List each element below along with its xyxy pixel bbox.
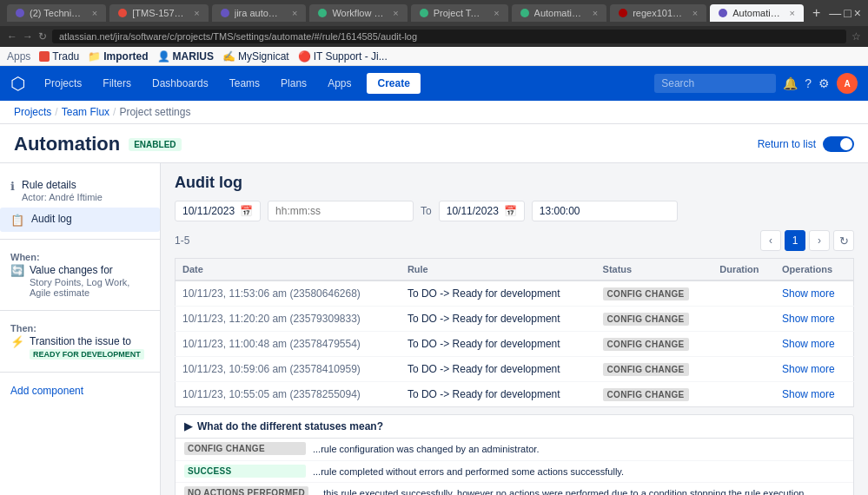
cell-duration: [712, 332, 775, 357]
close-window-button[interactable]: ×: [854, 6, 861, 20]
notifications-icon[interactable]: 🔔: [783, 76, 798, 90]
left-item-rule-details[interactable]: ℹ Rule details Actor: André Iftimie: [0, 174, 160, 208]
then-label: Then:: [10, 323, 149, 333]
tab-regex[interactable]: regex101: build... ×: [610, 4, 706, 22]
time-from-input[interactable]: [268, 201, 414, 221]
right-content: Audit log 10/11/2023 📅 To 10/11/2023 📅 1…: [161, 163, 868, 495]
page-1-button[interactable]: 1: [785, 230, 805, 251]
then-icon: ⚡: [10, 335, 24, 348]
page-title: Automation: [14, 133, 120, 155]
audit-log-label: Audit log: [31, 213, 72, 225]
avatar[interactable]: A: [837, 73, 858, 94]
nav-teams[interactable]: Teams: [224, 74, 265, 93]
tab-close[interactable]: ×: [593, 8, 598, 18]
topnav-right: 🔔 ? ⚙ A: [654, 73, 858, 94]
legend-items: CONFIG CHANGE ...rule configuration was …: [176, 439, 853, 495]
audit-table-body: 10/11/23, 11:53:06 am (23580646268) To D…: [176, 280, 854, 407]
date-from-picker[interactable]: 10/11/2023 📅: [175, 201, 261, 221]
filter-row: 10/11/2023 📅 To 10/11/2023 📅: [175, 201, 854, 221]
create-button[interactable]: Create: [367, 73, 420, 94]
breadcrumb-project-settings: Project settings: [119, 106, 190, 118]
cell-date: 10/11/23, 11:20:20 am (23579309833): [176, 307, 401, 332]
nav-projects[interactable]: Projects: [39, 74, 87, 93]
settings-icon[interactable]: ⚙: [818, 76, 830, 90]
tab-close[interactable]: ×: [790, 8, 795, 18]
bookmark-mysignicat[interactable]: ✍ MySignicat: [222, 50, 289, 63]
cell-date: 10/11/23, 11:53:06 am (23580646268): [176, 280, 401, 307]
cell-rule: To DO -> Ready for development: [401, 307, 596, 332]
cell-duration: [712, 280, 775, 307]
reload-button[interactable]: ↻: [38, 30, 47, 43]
cell-status: CONFIG CHANGE: [596, 280, 713, 307]
jira-topnav: ⬡ Projects Filters Dashboards Teams Plan…: [0, 66, 868, 101]
table-row: 10/11/23, 11:00:48 am (23578479554) To D…: [176, 332, 854, 357]
when-text: Value changes for: [30, 264, 149, 276]
cell-operations: Show more: [775, 280, 854, 307]
nav-dashboards[interactable]: Dashboards: [147, 74, 214, 93]
tab-tms[interactable]: [TMS-1578] test... ×: [109, 4, 208, 22]
return-to-list[interactable]: Return to list: [758, 136, 854, 152]
breadcrumb-projects[interactable]: Projects: [14, 106, 51, 118]
tab-close[interactable]: ×: [692, 8, 698, 18]
bookmark-imported[interactable]: 📁 Imported: [88, 50, 148, 63]
address-input[interactable]: [52, 30, 846, 43]
tab-jira-automation[interactable]: jira automation... ×: [212, 4, 307, 22]
tab-close[interactable]: ×: [494, 8, 499, 18]
back-button[interactable]: ←: [7, 30, 17, 43]
add-component-button[interactable]: Add component: [0, 380, 160, 402]
table-row: 10/11/23, 10:55:05 am (23578255094) To D…: [176, 382, 854, 407]
when-icon: 🔄: [10, 264, 24, 277]
chevron-icon: ▶: [184, 420, 192, 432]
nav-filters[interactable]: Filters: [97, 74, 136, 93]
time-to-input[interactable]: [532, 201, 678, 221]
minimize-button[interactable]: —: [829, 6, 841, 20]
table-row: 10/11/23, 10:59:06 am (23578410959) To D…: [176, 357, 854, 382]
left-item-audit-log[interactable]: 📋 Audit log: [0, 208, 160, 232]
cell-date: 10/11/23, 10:59:06 am (23578410959): [176, 357, 401, 382]
page-header: Automation ENABLED Return to list: [0, 124, 868, 163]
window-controls: — □ ×: [829, 6, 861, 20]
col-status: Status: [596, 259, 713, 281]
table-header: Date Rule Status Duration Operations: [176, 259, 854, 281]
then-text: Transition the issue to: [30, 335, 144, 347]
prev-page-button[interactable]: ‹: [760, 230, 781, 251]
tab-automation-ji[interactable]: Automation - Ji... ×: [512, 4, 607, 22]
breadcrumb-team-flux[interactable]: Team Flux: [62, 106, 109, 118]
forward-button[interactable]: →: [23, 30, 33, 43]
legend-status: NO ACTIONS PERFORMED: [184, 486, 308, 495]
dev-badge: READY FOR DEVELOPMENT: [30, 349, 144, 360]
bookmark-marius[interactable]: 👤 MARIUS: [157, 50, 214, 63]
legend-status: SUCCESS: [184, 465, 306, 478]
bookmark-tradu[interactable]: Tradu: [39, 50, 79, 63]
nav-plans[interactable]: Plans: [275, 74, 312, 93]
cell-duration: [712, 307, 775, 332]
legend-box: ▶ What do the different statuses mean? C…: [175, 414, 854, 495]
bookmark-button[interactable]: ☆: [851, 30, 861, 43]
tab-project-team[interactable]: Project Team Fl... ×: [411, 4, 508, 22]
browser-tab-bar: (2) Technical Co... × [TMS-1578] test...…: [0, 0, 868, 26]
toggle-switch[interactable]: [823, 136, 854, 152]
nav-apps[interactable]: Apps: [322, 74, 356, 93]
tab-workflow[interactable]: Workflow - Sign... ×: [309, 4, 407, 22]
legend-status: CONFIG CHANGE: [184, 442, 306, 455]
tab-technical[interactable]: (2) Technical Co... ×: [7, 4, 106, 22]
tab-automation-rule[interactable]: Automation rul... ×: [710, 4, 804, 22]
legend-header[interactable]: ▶ What do the different statuses mean?: [176, 415, 853, 439]
tab-close[interactable]: ×: [393, 8, 398, 18]
refresh-button[interactable]: ↻: [833, 230, 854, 251]
cell-operations: Show more: [775, 332, 854, 357]
next-page-button[interactable]: ›: [809, 230, 830, 251]
help-icon[interactable]: ?: [805, 76, 812, 90]
new-tab-button[interactable]: +: [807, 3, 825, 23]
tab-close[interactable]: ×: [92, 8, 97, 18]
bookmark-apps[interactable]: Apps: [7, 50, 30, 63]
bookmark-it-support[interactable]: 🔴 IT Support - Ji...: [298, 50, 388, 63]
col-duration: Duration: [712, 259, 775, 281]
maximize-button[interactable]: □: [844, 6, 851, 20]
tab-close[interactable]: ×: [292, 8, 297, 18]
tab-close[interactable]: ×: [194, 8, 199, 18]
search-input[interactable]: [654, 74, 776, 93]
legend-row: NO ACTIONS PERFORMED ...this rule execut…: [176, 483, 853, 495]
audit-log-icon: 📋: [10, 214, 24, 227]
date-to-picker[interactable]: 10/11/2023 📅: [439, 201, 525, 221]
